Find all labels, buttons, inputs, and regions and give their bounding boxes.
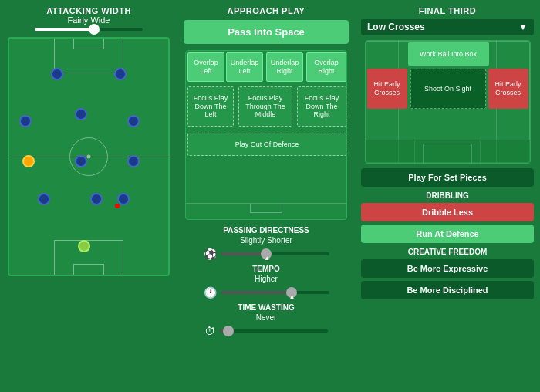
final-third-pitch: Work Ball Into Box Hit Early Crosses Sho… — [365, 40, 531, 164]
passing-marker: ▲ — [264, 255, 270, 262]
overlap-left-box[interactable]: Overlap Left — [187, 52, 224, 82]
red-dot — [115, 204, 120, 208]
attacking-width-thumb[interactable] — [89, 24, 100, 35]
pitch-mini-goal — [250, 204, 282, 213]
time-slider-row: ⏱ — [184, 325, 349, 337]
time-title: TIME WASTING — [238, 303, 294, 312]
overlap-left-label: Overlap Left — [188, 59, 224, 76]
focus-left-box[interactable]: Focus Play Down The Left — [187, 86, 234, 127]
work-ball-box[interactable]: Work Ball Into Box — [408, 42, 489, 66]
shoot-on-sight-box[interactable]: Shoot On Sight — [410, 69, 486, 109]
tempo-title: TEMPO — [252, 265, 280, 273]
approach-title: APPROACH PLAY — [228, 6, 305, 15]
stopwatch-icon: ⏱ — [204, 325, 215, 337]
be-more-disciplined-button[interactable]: Be More Disciplined — [361, 281, 534, 299]
passing-slider-row: ⚽ ▲ — [184, 248, 349, 260]
dribbling-title: DRIBBLING — [426, 191, 469, 200]
tempo-slider[interactable]: ▲ — [221, 291, 329, 294]
box-top — [54, 39, 123, 73]
left-panel: ATTACKING WIDTH Fairly Wide — [0, 0, 177, 392]
hit-early-crosses-left[interactable]: Hit Early Crosses — [367, 69, 407, 109]
time-slider[interactable] — [220, 329, 328, 333]
player-3 — [19, 115, 32, 127]
shoot-on-sight-label: Shoot On Sight — [424, 85, 471, 93]
focus-middle-label: Focus Play Through The Middle — [239, 94, 292, 119]
player-8 — [38, 193, 50, 205]
focus-right-label: Focus Play Down The Right — [298, 94, 346, 119]
underlap-left-label: Underlap Left — [227, 59, 262, 76]
attacking-width-track — [35, 28, 143, 31]
passing-section: PASSING DIRECTNESS Slightly Shorter ⚽ ▲ — [184, 226, 349, 260]
hit-early-crosses-left-label: Hit Early Crosses — [367, 80, 407, 97]
final-third-title: FINAL THIRD — [419, 6, 476, 15]
focus-middle-box[interactable]: Focus Play Through The Middle — [238, 86, 292, 127]
player-4 — [75, 108, 87, 120]
player-5 — [127, 115, 140, 127]
attacking-width-title: ATTACKING WIDTH — [46, 6, 131, 15]
player-1 — [51, 68, 63, 80]
chevron-down-icon: ▼ — [518, 22, 528, 32]
overlap-right-label: Overlap Right — [307, 59, 346, 76]
passing-title: PASSING DIRECTNESS — [223, 226, 309, 235]
passing-slider[interactable]: ▲ — [221, 252, 329, 255]
work-ball-label: Work Ball Into Box — [420, 50, 477, 59]
focus-left-label: Focus Play Down The Left — [188, 94, 233, 119]
dribble-less-button[interactable]: Dribble Less — [361, 203, 534, 221]
player-6 — [75, 155, 87, 167]
hit-early-crosses-right-label: Hit Early Crosses — [488, 80, 528, 97]
be-more-expressive-button[interactable]: Be More Expressive — [361, 259, 534, 278]
goalkeeper — [78, 240, 90, 252]
underlap-left-box[interactable]: Underlap Left — [226, 52, 263, 82]
player-orange — [22, 155, 35, 167]
player-2 — [114, 68, 127, 80]
pass-into-space-button[interactable]: Pass Into Space — [184, 20, 349, 44]
passing-value: Slightly Shorter — [240, 236, 292, 245]
football-pitch — [8, 37, 170, 276]
run-at-defence-button[interactable]: Run At Defence — [361, 225, 534, 243]
time-section: TIME WASTING Never ⏱ — [184, 303, 349, 337]
time-value: Never — [256, 313, 277, 322]
tactic-pitch: Overlap Left Underlap Left Underlap Righ… — [185, 50, 347, 220]
underlap-right-box[interactable]: Underlap Right — [266, 52, 303, 82]
low-crosses-dropdown[interactable]: Low Crosses ▼ — [361, 19, 534, 35]
dropdown-label: Low Crosses — [367, 22, 518, 32]
player-7 — [127, 155, 140, 167]
ball-icon: ⚽ — [204, 248, 217, 260]
player-10 — [117, 193, 130, 205]
play-out-of-defence-box[interactable]: Play Out Of Defence — [187, 133, 346, 156]
clock-icon: 🕐 — [204, 286, 217, 299]
underlap-right-label: Underlap Right — [267, 59, 302, 76]
middle-panel: APPROACH PLAY Pass Into Space Overlap Le… — [177, 0, 355, 392]
time-thumb[interactable] — [223, 326, 234, 336]
center-dot — [87, 155, 91, 159]
tempo-marker: ▲ — [289, 293, 295, 300]
tempo-section: TEMPO Higher 🕐 ▲ — [184, 265, 349, 299]
focus-right-box[interactable]: Focus Play Down The Right — [297, 86, 346, 127]
right-panel: FINAL THIRD Low Crosses ▼ Work Ball Into… — [355, 0, 540, 392]
attacking-width-value: Fairly Wide — [67, 15, 110, 25]
hit-early-crosses-right[interactable]: Hit Early Crosses — [488, 69, 528, 109]
player-9 — [90, 193, 103, 205]
overlap-right-box[interactable]: Overlap Right — [306, 52, 346, 82]
play-out-label: Play Out Of Defence — [235, 140, 299, 149]
set-pieces-button[interactable]: Play For Set Pieces — [361, 168, 534, 187]
pitch-goal-area — [423, 144, 472, 163]
tempo-slider-row: 🕐 ▲ — [184, 286, 349, 299]
attacking-width-slider-container[interactable] — [6, 28, 171, 31]
tempo-value: Higher — [255, 275, 277, 283]
creative-freedom-title: CREATIVE FREEDOM — [408, 248, 488, 256]
